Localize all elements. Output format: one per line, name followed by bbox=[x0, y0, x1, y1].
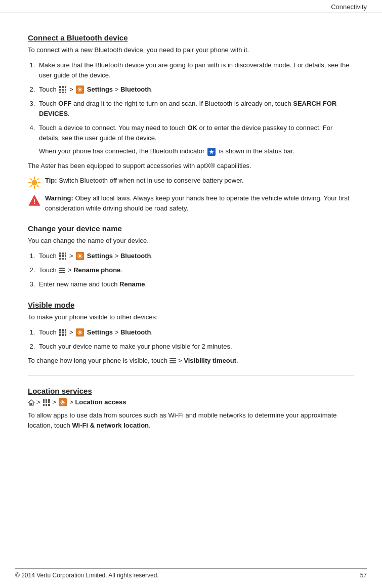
page-header: Connectivity bbox=[0, 0, 382, 13]
menu-icon-2 bbox=[169, 358, 176, 363]
change-name-step1: Touch > Settings > Bluetooth. bbox=[37, 251, 354, 261]
bt-indent-note: When your phone has connected, the Bluet… bbox=[39, 146, 354, 156]
grid-icon bbox=[59, 86, 66, 93]
change-name-intro: You can change the name of your device. bbox=[28, 236, 354, 246]
page-number: 57 bbox=[360, 572, 367, 579]
change-name-step2: Touch > Rename phone. bbox=[37, 265, 354, 275]
grid-icon-3 bbox=[59, 329, 66, 336]
warning-box: ! Warning: Obey all local laws. Always k… bbox=[28, 193, 354, 213]
connect-bt-step1: Make sure that the Bluetooth device you … bbox=[37, 60, 354, 80]
change-name-step3: Enter new name and touch Rename. bbox=[37, 279, 354, 289]
location-services-title: Location services bbox=[28, 387, 354, 395]
change-name-title: Change your device name bbox=[28, 224, 354, 233]
visible-mode-title: Visible mode bbox=[28, 301, 354, 309]
connect-bt-step3: Touch OFF and drag it to the right to tu… bbox=[37, 99, 354, 119]
home-icon bbox=[28, 399, 35, 406]
aster-note: The Aster has been equipped to support a… bbox=[28, 161, 354, 171]
visible-mode-steps: Touch > Settings > Bluetooth. Touch your… bbox=[37, 327, 354, 352]
tip-box: Tip: Switch Bluetooth off when not in us… bbox=[28, 176, 354, 189]
tip-text: Tip: Switch Bluetooth off when not in us… bbox=[45, 176, 244, 186]
location-desc: To allow apps to use data from sources s… bbox=[28, 410, 354, 431]
connect-bt-steps: Make sure that the Bluetooth device you … bbox=[37, 60, 354, 157]
visibility-timeout-line: To change how long your phone is visible… bbox=[28, 356, 354, 366]
svg-line-7 bbox=[30, 179, 32, 180]
svg-rect-18 bbox=[30, 403, 32, 405]
svg-line-8 bbox=[37, 185, 38, 187]
svg-point-1 bbox=[79, 89, 81, 91]
svg-point-14 bbox=[79, 255, 81, 257]
bluetooth-indicator-icon: ★ bbox=[207, 148, 216, 156]
gear-icon bbox=[76, 86, 84, 94]
grid-icon-2 bbox=[59, 253, 66, 260]
connect-bt-intro: To connect with a new Bluetooth device, … bbox=[28, 45, 354, 55]
connect-bt-title: Connect a Bluetooth device bbox=[28, 33, 354, 42]
page-footer: © 2014 Vertu Corporation Limited. All ri… bbox=[15, 568, 367, 579]
svg-text:!: ! bbox=[33, 198, 35, 206]
tip-sun-icon bbox=[28, 176, 41, 189]
location-nav: > > > Location access bbox=[28, 398, 354, 406]
visible-mode-step1: Touch > Settings > Bluetooth. bbox=[37, 327, 354, 338]
section-divider bbox=[28, 375, 354, 375]
visible-mode-step2: Touch your device name to make your phon… bbox=[37, 342, 354, 352]
connect-bt-step2: Touch > Settings > Bluetooth. bbox=[37, 85, 354, 95]
header-title: Connectivity bbox=[331, 3, 367, 11]
svg-point-20 bbox=[62, 401, 64, 403]
gear-icon-2 bbox=[76, 252, 84, 260]
copyright: © 2014 Vertu Corporation Limited. All ri… bbox=[15, 572, 159, 579]
svg-line-10 bbox=[30, 185, 32, 187]
menu-icon bbox=[59, 268, 65, 273]
gear-icon-3 bbox=[76, 328, 84, 337]
gear-icon-4 bbox=[59, 398, 67, 406]
warning-text: Warning: Obey all local laws. Always kee… bbox=[45, 193, 354, 213]
visible-mode-intro: To make your phone visible to other devi… bbox=[28, 312, 354, 322]
svg-line-9 bbox=[37, 179, 38, 180]
change-name-steps: Touch > Settings > Bluetooth. Touch bbox=[37, 251, 354, 289]
warning-triangle-icon: ! bbox=[28, 194, 41, 207]
grid-icon-4 bbox=[43, 399, 50, 406]
svg-point-16 bbox=[79, 331, 81, 333]
connect-bt-step4: Touch a device to connect. You may need … bbox=[37, 123, 354, 156]
svg-point-2 bbox=[31, 180, 37, 186]
